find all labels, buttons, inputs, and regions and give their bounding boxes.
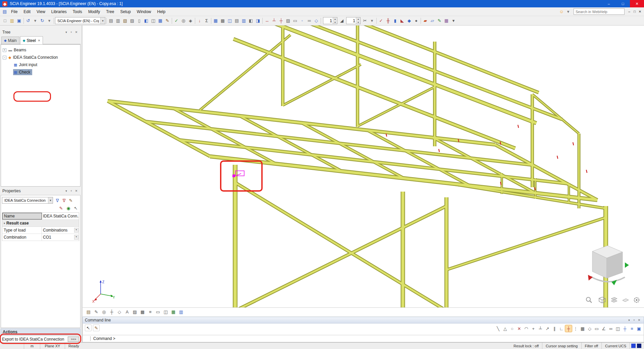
- open-project-icon[interactable]: ▥: [9, 17, 15, 24]
- length-icon[interactable]: ═: [607, 325, 614, 332]
- ucs-color-swatch[interactable]: [631, 344, 636, 348]
- render-mode-icon[interactable]: ▨: [131, 309, 138, 315]
- label-icon[interactable]: ▭: [292, 17, 299, 24]
- nodes-icon[interactable]: ◫: [226, 17, 233, 24]
- child-minimize-button[interactable]: –: [627, 8, 632, 15]
- cursor-snap-icon[interactable]: ┼: [565, 325, 572, 332]
- calculation-icon[interactable]: ↓: [196, 17, 203, 24]
- properties-selector-combo[interactable]: IDEA StatiCa Connection (1 ▾: [2, 197, 53, 204]
- angle-icon[interactable]: ∠: [600, 325, 607, 332]
- coords-box-icon[interactable]: ▭: [593, 325, 600, 332]
- chevron-down-icon[interactable]: ▾: [48, 197, 53, 203]
- connection-drawings-icon[interactable]: ✎: [436, 17, 443, 24]
- snap-parallel-icon[interactable]: ∥: [551, 325, 558, 332]
- check-structure-icon[interactable]: ✓: [173, 17, 180, 24]
- snap-triangle-icon[interactable]: △: [502, 325, 508, 332]
- print-icon[interactable]: ▤: [108, 17, 114, 24]
- menu-item[interactable]: Modify: [85, 7, 103, 16]
- numbering-icon[interactable]: ≡: [147, 309, 154, 315]
- command-line-body[interactable]: ↖✎ ╲△○✕◠+┴↗∥∟┼⋮▦◇▭∠═◫┼≡▣ Command >: [83, 323, 644, 342]
- spin-up-icon[interactable]: ▴: [333, 17, 337, 21]
- model-viewport[interactable]: Z Y X: [83, 26, 644, 307]
- perspective-icon[interactable]: ◇: [116, 309, 123, 315]
- connection-wizard-icon[interactable]: ▦: [443, 17, 450, 24]
- scale-icon[interactable]: ◢: [338, 17, 345, 24]
- color-sphere-icon[interactable]: ◉: [65, 205, 72, 211]
- table-edit-icon[interactable]: ✎: [164, 17, 171, 24]
- batch-analysis-icon[interactable]: Σ: [203, 17, 210, 24]
- new-project-icon[interactable]: □: [2, 17, 8, 24]
- snap-circle-icon[interactable]: ○: [509, 325, 516, 332]
- hatch-icon[interactable]: ▨: [285, 17, 291, 24]
- cmd-close-icon[interactable]: ✕: [637, 318, 642, 323]
- document-icon[interactable]: ▯: [136, 17, 143, 24]
- filter-edit-icon[interactable]: ∇: [61, 197, 67, 204]
- property-row-name[interactable]: Name IDEA StatiCa Conn...: [2, 213, 79, 220]
- menu-item[interactable]: Libraries: [48, 7, 70, 16]
- picture-gallery-icon[interactable]: ▧: [122, 17, 128, 24]
- cmd-menu-icon[interactable]: ▾: [627, 318, 632, 323]
- menu-item[interactable]: Setup: [117, 7, 133, 16]
- snap-line-icon[interactable]: ╲: [495, 325, 501, 332]
- view-cube-icon[interactable]: [599, 297, 605, 303]
- properties-pin-icon[interactable]: +: [69, 189, 74, 194]
- selection-mode-icon[interactable]: ▣: [636, 325, 642, 332]
- tree-menu-icon[interactable]: ▾: [64, 30, 69, 35]
- search-input[interactable]: [574, 8, 625, 15]
- snap-midpoint-icon[interactable]: +: [530, 325, 537, 332]
- menu-item[interactable]: Window: [134, 7, 154, 16]
- steel-check-icon[interactable]: ✓: [378, 17, 384, 24]
- minimize-button[interactable]: –: [602, 0, 616, 7]
- command-prompt[interactable]: Command >: [83, 335, 644, 342]
- cmd-pin-icon[interactable]: +: [632, 318, 637, 323]
- table-results-icon[interactable]: ▦: [157, 17, 164, 24]
- tab-steel[interactable]: ◆ Steel ✕: [20, 36, 43, 44]
- save-icon[interactable]: ▣: [16, 17, 22, 24]
- property-edit-icon[interactable]: ✎: [67, 197, 74, 204]
- child-restore-button[interactable]: □: [632, 8, 637, 15]
- supports-icon[interactable]: ◧: [248, 17, 254, 24]
- navigation-cube[interactable]: [587, 243, 631, 289]
- current-ucs[interactable]: Current UCS: [602, 343, 630, 349]
- maximize-button[interactable]: □: [616, 0, 630, 7]
- select-arrow-icon[interactable]: ↖: [72, 205, 79, 211]
- undo-icon[interactable]: ↺: [25, 17, 32, 24]
- model-data-icon[interactable]: ◨: [255, 17, 261, 24]
- menu-item[interactable]: View: [34, 7, 48, 16]
- layers-icon[interactable]: [611, 297, 617, 302]
- property-value[interactable]: CO1: [43, 235, 51, 240]
- clipboard-cut-icon[interactable]: ✂: [362, 17, 368, 24]
- lt-restraints-icon[interactable]: ╫: [385, 17, 391, 24]
- plane-indicator[interactable]: Plane XY: [40, 343, 65, 349]
- member-label-icon[interactable]: ═: [306, 17, 313, 24]
- haunch-icon[interactable]: ◣: [399, 17, 406, 24]
- layer-color-swatch[interactable]: [637, 344, 641, 348]
- spin-down-icon[interactable]: ▾: [333, 21, 337, 24]
- tree-close-icon[interactable]: ✕: [74, 30, 79, 35]
- menu-item[interactable]: Tree: [103, 7, 117, 16]
- unit-indicator[interactable]: m: [24, 343, 40, 349]
- paintbrush-icon[interactable]: ✎: [58, 205, 64, 211]
- connect-members-icon[interactable]: ◎: [180, 17, 187, 24]
- collapse-icon[interactable]: -: [3, 56, 6, 59]
- results-grid-icon[interactable]: ▥: [178, 309, 184, 315]
- tracking-icon[interactable]: ◇: [586, 325, 593, 332]
- export-more-button[interactable]: >>>: [68, 337, 79, 342]
- export-to-idea-statica-action[interactable]: Export to IDEA StatiCa Connection >>>: [1, 336, 80, 343]
- result-lock-toggle[interactable]: Result lock : off: [510, 343, 542, 349]
- annotate-icon[interactable]: ✎: [93, 309, 100, 315]
- property-value[interactable]: Combinations: [43, 228, 67, 233]
- plane-icon[interactable]: ◫: [614, 325, 621, 332]
- menu-item[interactable]: Tools: [70, 7, 85, 16]
- model-canvas[interactable]: [83, 26, 644, 307]
- scale-input-1[interactable]: [323, 17, 333, 24]
- filter-toggle[interactable]: Filter off: [582, 343, 602, 349]
- tree-item-check[interactable]: ▦Check: [1, 68, 80, 76]
- tree-item-joint-input[interactable]: ▦Joint input: [1, 61, 80, 68]
- axes-dimension-icon[interactable]: ┼: [278, 17, 284, 24]
- section-label-icon[interactable]: ◇: [313, 17, 320, 24]
- close-tab-icon[interactable]: ✕: [38, 39, 41, 42]
- menu-item[interactable]: File: [8, 7, 20, 16]
- filter-type-icon[interactable]: ∇: [54, 197, 61, 204]
- connection-icon[interactable]: ◆: [406, 17, 413, 24]
